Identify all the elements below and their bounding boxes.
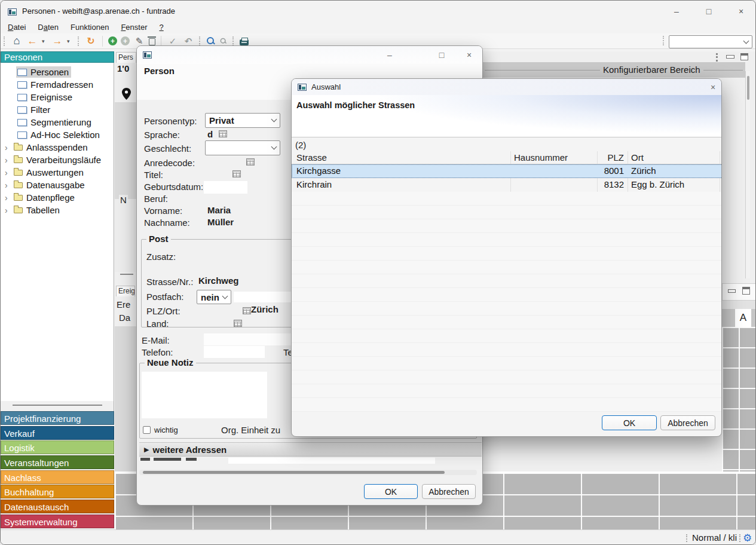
mdi-restore-icon[interactable] <box>740 53 748 60</box>
print-icon[interactable] <box>240 39 249 45</box>
email-input[interactable] <box>204 333 304 345</box>
menu-fenster[interactable]: Fenster <box>115 22 153 33</box>
sidebar-item-segmentierung[interactable]: Segmentierung <box>1 116 114 128</box>
sidebar-splitter[interactable] <box>13 405 102 406</box>
module-buchhaltung[interactable]: Buchhaltung <box>1 485 114 498</box>
sidebar-item-auswertungen[interactable]: › Auswertungen <box>1 166 114 179</box>
chevron-right-icon[interactable]: › <box>5 155 13 165</box>
sidebar-item-tabellen[interactable]: › Tabellen <box>1 204 114 216</box>
plz-lookup-icon[interactable] <box>243 307 251 314</box>
telefon-input[interactable] <box>204 346 265 358</box>
land-lookup-icon[interactable] <box>234 320 242 327</box>
search-icon[interactable] <box>206 36 215 45</box>
module-projektfinanzierung[interactable]: Projektfinanzierung <box>1 411 114 425</box>
sidebar-item-anlassspenden[interactable]: › Anlassspenden <box>1 141 114 154</box>
map-pin-icon <box>122 88 131 102</box>
tab-ereignisse[interactable]: Ereig <box>116 286 135 296</box>
dock-minimize-icon[interactable] <box>728 289 736 293</box>
weitere-adressen-expander[interactable]: ▶ weitere Adressen <box>139 442 482 457</box>
module-logistik[interactable]: Logistik <box>1 440 114 454</box>
back-dropdown-icon[interactable]: ▾ <box>42 38 48 44</box>
dock-restore-icon[interactable] <box>742 287 750 295</box>
minimize-button[interactable]: – <box>663 1 690 22</box>
sidebar-item-filter[interactable]: Filter <box>1 103 114 116</box>
chevron-right-icon[interactable]: › <box>5 143 13 152</box>
titel-lookup-icon[interactable] <box>232 170 241 177</box>
anredecode-lookup-icon[interactable] <box>246 158 255 166</box>
column-plz[interactable]: PLZ <box>598 152 624 163</box>
nachname-value[interactable]: Müller <box>207 217 234 227</box>
scrollbar-thumb[interactable] <box>747 76 749 100</box>
dialog-close-button[interactable]: × <box>459 47 479 63</box>
vertical-scrollbar[interactable] <box>745 71 750 278</box>
vorname-value[interactable]: Maria <box>207 205 231 215</box>
strasse-label: Strasse/Nr.: <box>146 277 193 287</box>
sidebar-item-datenausgabe[interactable]: › Datenausgabe <box>1 179 114 191</box>
module-nachlass[interactable]: Nachlass <box>1 470 114 484</box>
back-icon[interactable]: ← <box>26 35 38 47</box>
gear-icon[interactable]: ⚙ <box>743 532 752 544</box>
sprache-lookup-icon[interactable] <box>219 130 227 137</box>
chevron-right-icon[interactable]: › <box>5 193 13 203</box>
sidebar-item-verarbeitungslaeufe[interactable]: › Verarbeitungsläufe <box>1 154 114 166</box>
search-small-icon[interactable] <box>220 38 227 44</box>
module-verkauf[interactable]: Verkauf <box>1 426 114 440</box>
auswahl-ok-button[interactable]: OK <box>602 415 657 430</box>
geschlecht-label: Geschlecht: <box>144 143 191 154</box>
refresh-icon[interactable]: ↻ <box>85 35 97 47</box>
sidebar-item-personen[interactable]: Personen <box>1 66 114 78</box>
auswahl-cancel-button[interactable]: Abbrechen <box>660 415 715 430</box>
geburtsdatum-input[interactable] <box>204 181 247 194</box>
horizontal-scrollbar[interactable] <box>139 470 477 475</box>
wichtig-checkbox[interactable] <box>143 426 151 434</box>
column-strasse[interactable]: Strasse <box>296 152 327 163</box>
sidebar-tree: Personen Fremdadressen Ereignisse Filter… <box>1 63 114 405</box>
home-icon[interactable]: ⌂ <box>11 35 23 47</box>
dialog-maximize-button[interactable]: □ <box>431 47 452 63</box>
sidebar-item-adhoc-selektion[interactable]: Ad-Hoc Selektion <box>1 128 114 141</box>
table-row-kirchgasse[interactable]: Kirchgasse 8001 Zürich <box>292 164 722 178</box>
folder-icon <box>14 157 23 163</box>
splitter-handle[interactable] <box>120 274 133 275</box>
scrollbar-thumb[interactable] <box>143 471 445 474</box>
add-icon[interactable]: + <box>108 36 117 45</box>
menu-daten[interactable]: Daten <box>32 22 65 33</box>
chevron-right-icon[interactable]: › <box>5 168 13 177</box>
sidebar-item-ereignisse[interactable]: Ereignisse <box>1 91 114 103</box>
menu-help[interactable]: ? <box>153 22 169 33</box>
close-button[interactable]: × <box>727 1 755 22</box>
chevron-right-icon[interactable]: › <box>5 206 13 215</box>
menu-funktionen[interactable]: Funktionen <box>65 22 115 33</box>
sidebar-item-fremdadressen[interactable]: Fremdadressen <box>1 78 114 91</box>
auswahl-close-button[interactable]: × <box>703 79 722 95</box>
table-row-kirchrain[interactable]: Kirchrain 8132 Egg b. Zürich <box>292 178 722 192</box>
ort-value[interactable]: Zürich <box>251 304 278 314</box>
sprache-value[interactable]: d <box>207 129 213 139</box>
mdi-minimize-icon[interactable] <box>726 55 734 59</box>
notiz-textarea[interactable] <box>142 372 267 418</box>
personentyp-select[interactable]: Privat <box>205 113 280 128</box>
column-hausnummer[interactable]: Hausnummer <box>514 152 568 163</box>
postfach-select[interactable]: nein <box>197 290 231 304</box>
delete-icon[interactable] <box>149 38 155 45</box>
sidebar-header: Personen <box>1 51 114 63</box>
dialog-minimize-button[interactable]: – <box>379 47 400 63</box>
module-datenaustausch[interactable]: Datenaustausch <box>1 500 114 513</box>
person-cancel-button[interactable]: Abbrechen <box>422 484 476 499</box>
strasse-value[interactable]: Kirchweg <box>198 275 239 286</box>
person-ok-button[interactable]: OK <box>364 484 418 499</box>
forward-dropdown-icon[interactable]: ▾ <box>67 38 73 44</box>
column-ort[interactable]: Ort <box>631 152 644 163</box>
menu-datei[interactable]: Datei <box>2 22 32 33</box>
sidebar-item-datenpflege[interactable]: › Datenpflege <box>1 191 114 204</box>
module-systemverwaltung[interactable]: Systemverwaltung <box>1 515 114 528</box>
module-veranstaltungen[interactable]: Veranstaltungen <box>1 455 114 469</box>
maximize-button[interactable]: □ <box>695 1 723 22</box>
chevron-down-icon <box>271 117 277 123</box>
toolbar-combobox[interactable] <box>669 35 752 48</box>
geschlecht-select[interactable] <box>205 140 280 155</box>
tab-personen[interactable]: Pers <box>116 52 136 63</box>
add-secondary-icon[interactable]: + <box>121 36 130 45</box>
forward-icon[interactable]: → <box>51 35 63 47</box>
chevron-right-icon[interactable]: › <box>5 180 13 190</box>
